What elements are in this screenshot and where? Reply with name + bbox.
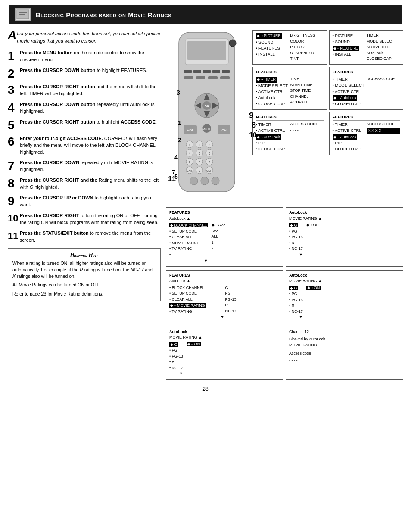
svg-rect-5 (187, 41, 226, 60)
step-7-number: 7 (8, 159, 20, 173)
svg-point-53 (190, 177, 198, 185)
step-11-text: Press the STATUS/EXIT button to remove t… (20, 230, 161, 244)
step-10: 10 Press the CURSOR RIGHT to turn the ra… (8, 212, 161, 226)
screen-movie-rating-final: AutoLock MOVIE RATING ▲ ◆ G • PG • PG-13… (166, 327, 283, 380)
svg-text:MUTE: MUTE (202, 128, 211, 131)
step-4-number: 4 (8, 101, 20, 115)
hint-title: Helpful Hint (12, 252, 156, 258)
svg-rect-10 (222, 70, 230, 73)
svg-text:3: 3 (209, 143, 211, 147)
step-3-text: Press the CURSOR RIGHT button and the me… (20, 84, 161, 97)
svg-rect-7 (193, 70, 201, 73)
step-10-number: 10 (8, 212, 20, 226)
step-2: 2 Press the CURSOR DOWN button to highli… (8, 67, 161, 80)
intro-paragraph: A fter your personal access code has bee… (8, 30, 161, 44)
svg-text:8: 8 (199, 160, 201, 164)
page-title: Blocking Programs based on Movie Ratings (36, 11, 171, 19)
svg-text:OK: OK (205, 105, 209, 108)
svg-rect-6 (184, 70, 192, 73)
svg-text:9: 9 (209, 160, 211, 164)
svg-text:4: 4 (174, 154, 178, 161)
svg-rect-14 (220, 76, 230, 79)
step-7-text: Press the CURSOR DOWN repeatedly until M… (20, 159, 161, 173)
step-8-text: Press the CURSOR RIGHT and the Rating me… (20, 177, 161, 191)
step-10-text: Press the CURSOR RIGHT to turn the ratin… (20, 212, 161, 226)
svg-text:7: 7 (172, 169, 175, 176)
page-number: 28 (0, 380, 411, 398)
svg-point-15 (229, 40, 236, 47)
svg-rect-0 (17, 10, 29, 19)
screen-movie-rating-off: AutoLock MOVIE RATING ▲ ◆ G • PG • PG-13… (286, 207, 403, 267)
step-6-number: 6 (8, 135, 20, 156)
svg-text:2: 2 (199, 143, 201, 147)
step-6-text: Enter your four-digit ACCESS CODE. CORRE… (20, 135, 161, 156)
svg-text:1: 1 (189, 143, 191, 147)
intro-text: fter your personal access code has been … (17, 31, 160, 44)
screens-stack: ◆→PICTURE • SOUND • FEATURES • INSTALL B… (252, 30, 403, 155)
step-7: 7 Press the CURSOR DOWN repeatedly until… (8, 159, 161, 173)
svg-text:6: 6 (209, 152, 211, 156)
svg-rect-8 (203, 70, 211, 73)
svg-point-54 (201, 177, 209, 185)
screen-features-feature: • PICTURE • SOUND ◆→FEATURE • INSTALL TI… (329, 30, 404, 65)
hint-box: Helpful Hint When a rating is turned ON,… (8, 248, 161, 301)
steps-list: 1 Press the MENU button on the remote co… (8, 50, 161, 244)
svg-text:CH: CH (221, 128, 227, 132)
svg-text:3: 3 (177, 89, 180, 96)
screen-movie-rating-list: FEATURES AutoLock ▲ • BLOCK CHANNEL • SE… (166, 270, 283, 323)
step-1-number: 1 (8, 50, 20, 63)
svg-text:2: 2 (178, 137, 181, 143)
step-2-text: Press the CURSOR DOWN button to highligh… (20, 67, 147, 80)
svg-text:CLR: CLR (206, 169, 212, 172)
step-5-number: 5 (8, 119, 20, 131)
step-5: 5 Press the CURSOR RIGHT button to highl… (8, 119, 161, 131)
step-1-text: Press the MENU button on the remote cont… (20, 50, 161, 63)
svg-point-55 (212, 177, 219, 185)
screen-features-picture: ◆→PICTURE • SOUND • FEATURES • INSTALL B… (252, 30, 327, 65)
svg-text:VOL: VOL (187, 128, 194, 132)
step-4-text: Press the CURSOR DOWN button repeatedly … (20, 101, 161, 115)
step-9-number: 9 (8, 195, 20, 208)
svg-rect-12 (196, 76, 206, 79)
remote-control-diagram: OK VOL CH MUTE 1 2 (166, 30, 250, 204)
screen-block-channel: FEATURES AutoLock ▲ ◆ BLOCK CHANNEL • SE… (166, 207, 283, 267)
step-8-number: 8 (8, 177, 20, 191)
step-9-text: Press the CURSOR UP or DOWN to highlight… (20, 195, 161, 208)
svg-text:4: 4 (189, 152, 191, 156)
hint-text-1: When a rating is turned ON, all higher r… (12, 260, 156, 280)
step-2-number: 2 (8, 67, 20, 80)
svg-text:0: 0 (199, 169, 201, 173)
screen-movie-rating-on: AutoLock MOVIE RATING ▲ ◆ G • PG • PG-13… (286, 270, 403, 323)
step-5-text: Press the CURSOR RIGHT button to highlig… (20, 119, 157, 131)
hint-text-3: Refer to page 23 for Movie Rating defini… (12, 291, 156, 297)
screen-features-timer: FEATURES ◆→TIMER • MODE SELECT • ACTIVE … (252, 67, 327, 110)
step-4: 4 Press the CURSOR DOWN button repeatedl… (8, 101, 161, 115)
left-column: A fter your personal access code has bee… (8, 30, 161, 380)
step-3-number: 3 (8, 84, 20, 97)
svg-text:1: 1 (178, 119, 181, 126)
step-9: 9 Press the CURSOR UP or DOWN to highlig… (8, 195, 161, 208)
step-3: 3 Press the CURSOR RIGHT button and the … (8, 84, 161, 97)
step-11: 11 Press the STATUS/EXIT button to remov… (8, 230, 161, 244)
svg-text:7: 7 (189, 160, 191, 164)
page-wrapper: Blocking Programs based on Movie Ratings… (0, 5, 411, 398)
step-8: 8 Press the CURSOR RIGHT and the Rating … (8, 177, 161, 191)
right-column: OK VOL CH MUTE 1 2 (166, 30, 403, 380)
svg-rect-13 (208, 76, 218, 79)
screen-access-code-left: FEATURES • TIMER • ACTIVE CTRL ◆→AutoLoc… (252, 112, 327, 155)
step-6: 6 Enter your four-digit ACCESS CODE. COR… (8, 135, 161, 156)
svg-text:ENT: ENT (187, 169, 193, 172)
drop-cap: A (8, 30, 16, 40)
screen-access-code-right: FEATURES • TIMER • ACTIVE CTRL ◆→AutoLoc… (329, 112, 404, 155)
screen-channel-blocked: Channel 12 Blocked by AutoLock MOVIE RAT… (286, 327, 403, 380)
step-11-number: 11 (8, 230, 20, 244)
header-icon (15, 8, 31, 21)
svg-rect-11 (184, 76, 193, 79)
hint-text-2: All Movie Ratings can be turned ON or OF… (12, 282, 156, 288)
svg-text:5: 5 (199, 152, 201, 156)
step-1: 1 Press the MENU button on the remote co… (8, 50, 161, 63)
svg-rect-9 (212, 70, 220, 73)
screen-features-autolock: FEATURES • TIMER • MODE SELECT • ACTIVE … (329, 67, 404, 110)
